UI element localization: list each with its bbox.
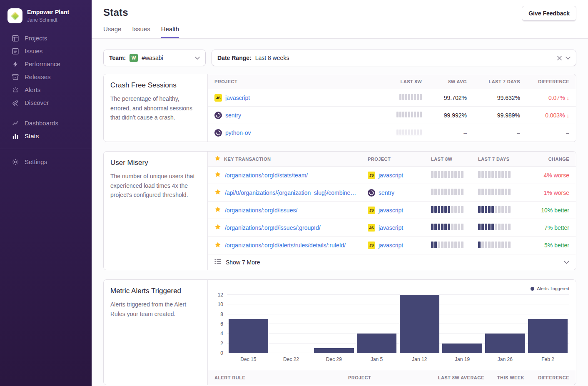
- star-icon[interactable]: [214, 189, 221, 197]
- x-axis-tick-label: Feb 2: [526, 356, 569, 362]
- sidebar-item-label: Discover: [25, 99, 49, 106]
- transaction-link[interactable]: /organizations/:orgId/stats/team/: [225, 172, 308, 179]
- y-axis-tick-label: 12: [218, 292, 223, 297]
- table-row: /api/0/organizations/{organization_slug}…: [208, 184, 576, 202]
- spark-bar: [444, 242, 447, 248]
- table-row: /organizations/:orgId/issues/:groupId/ J…: [208, 219, 576, 237]
- app-root: Empower Plant Jane Schmidt Projects Issu…: [0, 0, 588, 386]
- sidebar: Empower Plant Jane Schmidt Projects Issu…: [0, 0, 92, 386]
- project-link[interactable]: sentry: [379, 189, 394, 196]
- spark-bar: [414, 112, 416, 117]
- sidebar-item-settings[interactable]: Settings: [0, 155, 92, 168]
- date-range-select[interactable]: Date Range: Last 8 weeks: [212, 50, 576, 66]
- show-more-label: Show 7 More: [226, 259, 260, 266]
- transaction-link[interactable]: /organizations/:orgId/issues/:groupId/: [225, 224, 321, 231]
- projects-icon: [12, 35, 19, 42]
- spark-bar: [481, 206, 484, 213]
- sidebar-item-issues[interactable]: Issues: [0, 45, 92, 57]
- spark-bar: [405, 94, 407, 100]
- spark-bar: [458, 189, 460, 195]
- spark-bar: [461, 171, 463, 178]
- chart-bar[interactable]: [485, 334, 525, 353]
- chart-bar[interactable]: [442, 344, 482, 353]
- x-axis-tick-label: Dec 29: [313, 356, 356, 362]
- project-link[interactable]: javascript: [379, 172, 403, 179]
- spark-bar: [488, 171, 491, 178]
- project-link[interactable]: python-ov: [225, 129, 251, 136]
- chart-bar[interactable]: [314, 348, 354, 353]
- x-axis-tick-label: Dec 15: [227, 356, 270, 362]
- alerts-chart-xaxis: Dec 15Dec 22Dec 29Jan 5Jan 12Jan 19Jan 2…: [227, 356, 569, 362]
- spark-bar: [441, 242, 443, 248]
- spark-bar: [399, 112, 401, 117]
- sidebar-item-dashboards[interactable]: Dashboards: [0, 117, 92, 129]
- spark-bar: [478, 242, 481, 248]
- project-link[interactable]: javascript: [379, 224, 403, 231]
- team-label: Team:: [109, 55, 126, 61]
- sidebar-item-performance[interactable]: Performance: [0, 57, 92, 70]
- chart-bar[interactable]: [357, 334, 397, 353]
- project-link[interactable]: javascript: [379, 242, 403, 249]
- avg-8w-value: –: [422, 129, 467, 136]
- spark-bar: [495, 224, 497, 230]
- tab-issues[interactable]: Issues: [132, 25, 150, 38]
- team-select[interactable]: Team: W #wasabi: [103, 50, 206, 66]
- chart-bar[interactable]: [528, 319, 568, 353]
- star-icon[interactable]: [214, 224, 221, 232]
- spark-bar: [402, 94, 404, 100]
- spark-bar: [444, 171, 447, 178]
- show-more-button[interactable]: Show 7 More: [208, 254, 576, 270]
- transaction-link[interactable]: /organizations/:orgId/issues/: [225, 207, 297, 214]
- misery-sparkline-7d: [478, 206, 511, 213]
- javascript-platform-icon: JS: [368, 224, 375, 232]
- team-avatar: W: [130, 54, 138, 62]
- org-switcher[interactable]: Empower Plant Jane Schmidt: [0, 6, 92, 32]
- settings-icon: [12, 158, 19, 166]
- sentry-platform-icon: [214, 112, 222, 119]
- project-link[interactable]: javascript: [379, 207, 403, 214]
- chart-bar[interactable]: [229, 319, 269, 353]
- spark-bar: [444, 206, 447, 213]
- chart-bar-slot: [398, 295, 441, 353]
- clear-date-icon[interactable]: [557, 56, 562, 60]
- star-icon[interactable]: [214, 242, 221, 249]
- spark-bar: [505, 242, 507, 248]
- transaction-link[interactable]: /organizations/:orgId/alerts/rules/detai…: [225, 242, 346, 249]
- sidebar-item-projects[interactable]: Projects: [0, 32, 92, 45]
- sidebar-item-discover[interactable]: Discover: [0, 96, 92, 109]
- date-range-label: Date Range:: [217, 55, 252, 61]
- spark-bar: [458, 224, 460, 230]
- spark-bar: [431, 171, 434, 178]
- trend-sparkline: [399, 94, 422, 100]
- panel-desc-text: The number of unique users that experien…: [110, 172, 201, 200]
- spark-bar: [498, 206, 501, 213]
- sidebar-item-label: Releases: [25, 73, 51, 80]
- chevron-down-icon: [564, 261, 569, 264]
- give-feedback-button[interactable]: Give Feedback: [522, 6, 576, 21]
- transaction-link[interactable]: /api/0/organizations/{organization_slug}…: [225, 189, 356, 196]
- panel-title: Metric Alerts Triggered: [110, 287, 201, 295]
- star-icon[interactable]: [214, 171, 221, 179]
- tab-usage[interactable]: Usage: [103, 25, 121, 38]
- sidebar-item-alerts[interactable]: Alerts: [0, 83, 92, 96]
- project-link[interactable]: javascript: [225, 95, 250, 101]
- sidebar-item-stats[interactable]: Stats: [0, 129, 92, 142]
- tab-health[interactable]: Health: [161, 25, 179, 38]
- project-link[interactable]: sentry: [225, 112, 241, 119]
- chart-bar[interactable]: [400, 295, 440, 353]
- sidebar-item-releases[interactable]: Releases: [0, 70, 92, 83]
- spark-bar: [488, 242, 491, 248]
- spark-bar: [485, 206, 487, 213]
- table-row: python-ov – – –: [208, 124, 576, 142]
- spark-bar: [434, 189, 437, 195]
- sidebar-nav: Projects Issues Performance Releases: [0, 32, 92, 168]
- chart-bar-slot: [484, 295, 527, 353]
- javascript-platform-icon: JS: [368, 242, 375, 249]
- x-axis-tick-label: Dec 22: [270, 356, 313, 362]
- spark-bar: [438, 206, 440, 213]
- sidebar-item-label: Issues: [25, 47, 42, 55]
- spark-bar: [501, 224, 504, 230]
- star-icon[interactable]: [214, 206, 221, 214]
- spark-bar: [434, 224, 437, 230]
- misery-sparkline-8w: [431, 206, 463, 213]
